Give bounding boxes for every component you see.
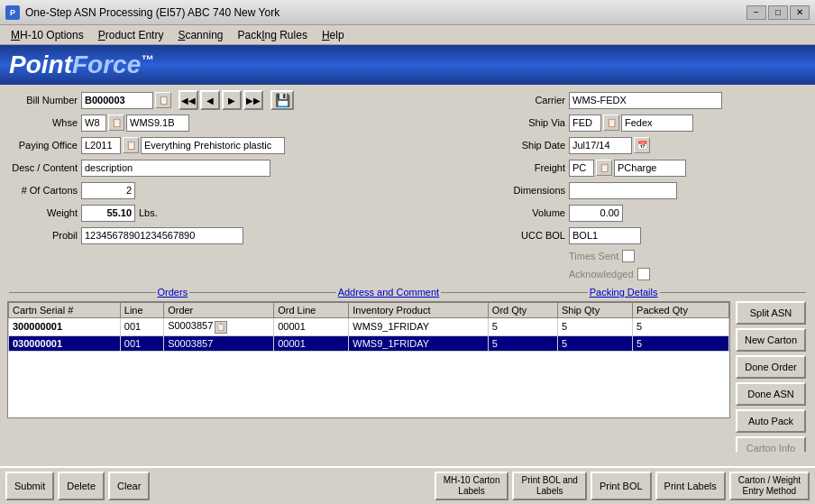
- done-asn-button[interactable]: Done ASN: [736, 382, 806, 406]
- nav-buttons: ◀◀ ◀ ▶ ▶▶: [179, 90, 263, 110]
- volume-input[interactable]: [569, 205, 623, 222]
- ship-date-calendar[interactable]: 📅: [634, 137, 650, 153]
- times-sent-checkbox[interactable]: [622, 250, 635, 262]
- probil-label: Probil: [7, 230, 81, 241]
- logo: PointForce™: [9, 50, 153, 79]
- nav-first[interactable]: ◀◀: [179, 90, 198, 110]
- header-logo: PointForce™: [0, 45, 815, 85]
- probil-input[interactable]: [81, 227, 243, 244]
- carton-info-button[interactable]: Carton Info: [736, 436, 806, 452]
- nav-last[interactable]: ▶▶: [243, 90, 263, 110]
- dimensions-input[interactable]: [569, 182, 677, 199]
- carton-weight-button[interactable]: Carton / Weight Entry Method: [729, 472, 810, 500]
- new-carton-button[interactable]: New Carton: [736, 328, 806, 352]
- col-ship-qty: Ship Qty: [557, 303, 632, 318]
- desc-content-input[interactable]: [81, 160, 270, 177]
- ucc-bol-label: UCC BOL: [510, 230, 569, 241]
- separator-links: Orders Address and Comment Packing Detai…: [7, 287, 808, 298]
- maximize-button[interactable]: □: [768, 5, 788, 20]
- times-sent-label: Times Sent: [569, 251, 618, 261]
- titlebar: P One-Step ASN Processing (EI57) ABC 740…: [0, 0, 815, 25]
- freight-browse[interactable]: 📋: [596, 160, 612, 176]
- freight-label: Freight: [510, 162, 569, 173]
- weight-label: Weight: [7, 207, 81, 218]
- save-button[interactable]: 💾: [270, 90, 294, 110]
- menu-product-entry[interactable]: Product Entry: [91, 27, 171, 43]
- ship-date-label: Ship Date: [510, 140, 569, 151]
- menu-packing-rules[interactable]: PackIng Rules: [230, 27, 314, 43]
- col-serial: Cartn Serial #: [9, 303, 121, 318]
- menu-scanning[interactable]: Scanning: [170, 27, 230, 43]
- volume-label: Volume: [510, 207, 569, 218]
- mh10-labels-button[interactable]: MH-10 Carton Labels: [435, 472, 509, 500]
- packing-details-link[interactable]: Packing Details: [590, 287, 658, 298]
- col-packed-qty: Packed Qty: [633, 303, 729, 318]
- col-order: Order: [164, 303, 274, 318]
- menubar: MH-10 Options Product Entry Scanning Pac…: [0, 25, 815, 45]
- carrier-label: Carrier: [510, 95, 569, 105]
- close-button[interactable]: ✕: [790, 5, 810, 20]
- nav-prev[interactable]: ◀: [200, 90, 220, 110]
- menu-help[interactable]: Help: [315, 27, 352, 43]
- titlebar-controls: − □ ✕: [746, 5, 810, 20]
- dimensions-label: Dimensions: [510, 185, 569, 196]
- table-row[interactable]: 030000001001S000385700001WMS9_1FRIDAY555: [9, 335, 729, 351]
- table-container: Cartn Serial # Line Order Ord Line Inven…: [7, 301, 730, 418]
- print-labels-button[interactable]: Print Labels: [655, 472, 726, 500]
- col-ord-qty: Ord Qty: [488, 303, 557, 318]
- paying-office-input[interactable]: [81, 137, 121, 154]
- paying-office-label: Paying Office: [7, 140, 81, 151]
- whse-label: Whse: [7, 117, 81, 128]
- paying-office-desc-input[interactable]: [141, 137, 285, 154]
- bottom-toolbar: Submit Delete Clear MH-10 Carton Labels …: [0, 466, 815, 504]
- orders-link[interactable]: Orders: [158, 287, 188, 298]
- main-content: Bill Number 📋 ◀◀ ◀ ▶ ▶▶ 💾 Whse: [0, 85, 815, 452]
- right-action-buttons: Split ASN New Carton Done Order Done ASN…: [736, 301, 808, 452]
- weight-input[interactable]: [81, 205, 135, 222]
- inventory-table: Cartn Serial # Line Order Ord Line Inven…: [8, 302, 729, 352]
- table-row[interactable]: 300000001001S0003857📋00001WMS9_1FRIDAY55…: [9, 318, 729, 336]
- ship-via-browse[interactable]: 📋: [603, 115, 619, 131]
- ship-via-name-input[interactable]: [621, 115, 693, 132]
- clear-button[interactable]: Clear: [108, 472, 150, 500]
- whse-browse[interactable]: 📋: [108, 115, 124, 131]
- acknowledged-label: Acknowledged: [569, 269, 634, 279]
- num-cartons-input[interactable]: [81, 182, 135, 199]
- menu-mh10-options[interactable]: MH-10 Options: [4, 27, 91, 43]
- order-browse[interactable]: 📋: [215, 321, 227, 334]
- ship-via-label: Ship Via: [510, 117, 569, 128]
- acknowledged-checkbox[interactable]: [637, 268, 650, 280]
- done-order-button[interactable]: Done Order: [736, 355, 806, 379]
- freight-code-input[interactable]: [569, 160, 594, 177]
- split-asn-button[interactable]: Split ASN: [736, 301, 806, 325]
- nav-next[interactable]: ▶: [222, 90, 242, 110]
- whse-input[interactable]: [81, 115, 106, 132]
- col-ord-line: Ord Line: [274, 303, 349, 318]
- delete-button[interactable]: Delete: [58, 472, 105, 500]
- num-cartons-label: # Of Cartons: [7, 185, 81, 196]
- freight-name-input[interactable]: [614, 160, 686, 177]
- titlebar-title: One-Step ASN Processing (EI57) ABC 740 N…: [25, 6, 279, 19]
- submit-button[interactable]: Submit: [5, 472, 54, 500]
- address-comment-link[interactable]: Address and Comment: [338, 287, 440, 298]
- paying-office-browse[interactable]: 📋: [123, 137, 139, 153]
- minimize-button[interactable]: −: [746, 5, 766, 20]
- col-inventory: Inventory Product: [349, 303, 489, 318]
- bill-number-input[interactable]: [81, 92, 153, 109]
- bill-number-browse[interactable]: 📋: [155, 92, 171, 108]
- ucc-bol-input[interactable]: [569, 227, 641, 244]
- print-bol-button[interactable]: Print BOL: [591, 472, 652, 500]
- weight-unit: Lbs.: [139, 207, 158, 218]
- bill-number-label: Bill Number: [7, 95, 81, 105]
- col-line: Line: [120, 303, 163, 318]
- print-bol-labels-button[interactable]: Print BOL and Labels: [512, 472, 586, 500]
- desc-content-label: Desc / Content: [7, 162, 81, 173]
- whse-code-input[interactable]: [126, 115, 189, 132]
- ship-date-input[interactable]: [569, 137, 632, 154]
- ship-via-code-input[interactable]: [569, 115, 601, 132]
- auto-pack-button[interactable]: Auto Pack: [736, 409, 806, 433]
- app-icon: P: [5, 5, 20, 20]
- carrier-input[interactable]: [569, 92, 722, 109]
